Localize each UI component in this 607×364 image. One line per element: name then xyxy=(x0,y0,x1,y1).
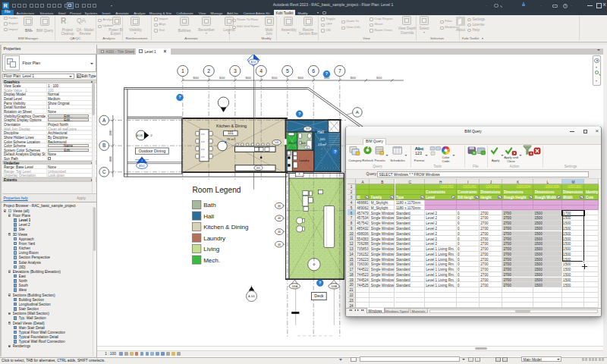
svg-text:Mech.: Mech. xyxy=(203,257,220,264)
svg-text:1: 1 xyxy=(181,68,184,74)
svg-text:?: ? xyxy=(178,96,181,100)
svg-text:Living: Living xyxy=(203,246,219,253)
svg-text:3000: 3000 xyxy=(109,156,112,162)
svg-text:123: 123 xyxy=(415,151,422,155)
svg-text:?: ? xyxy=(334,149,337,154)
svg-text:46: 46 xyxy=(278,205,281,208)
svg-text:A104: A104 xyxy=(250,61,256,64)
svg-text:Apply: Apply xyxy=(491,158,499,162)
svg-text:Outdoor Dining: Outdoor Dining xyxy=(138,149,165,153)
svg-text:3000: 3000 xyxy=(272,77,278,80)
svg-text:46: 46 xyxy=(278,231,281,234)
svg-text:103: 103 xyxy=(306,128,310,131)
svg-text:46: 46 xyxy=(278,217,281,220)
svg-text:3000: 3000 xyxy=(193,77,199,80)
svg-text:7: 7 xyxy=(338,68,341,74)
svg-text:σ σ: σ σ xyxy=(201,148,205,151)
svg-text:3: 3 xyxy=(234,68,237,74)
svg-text:Deck: Deck xyxy=(314,294,324,299)
svg-text:A102: A102 xyxy=(139,165,145,168)
svg-text:101: 101 xyxy=(228,132,234,136)
svg-text:Close: Close xyxy=(507,159,515,163)
svg-text:Code: Code xyxy=(442,159,450,163)
svg-text:C: C xyxy=(102,169,106,174)
svg-text:505: 505 xyxy=(275,141,279,144)
svg-text:Kitchen & Dining: Kitchen & Dining xyxy=(203,224,248,231)
svg-text:Format: Format xyxy=(414,158,424,162)
svg-text:3: 3 xyxy=(141,160,143,163)
svg-text:σ σ: σ σ xyxy=(201,140,205,143)
svg-text:3000: 3000 xyxy=(350,77,356,80)
svg-text:+: + xyxy=(473,151,475,155)
svg-text:Schedules: Schedules xyxy=(390,158,405,162)
svg-text:46: 46 xyxy=(278,243,281,246)
svg-text:·: · xyxy=(223,101,224,105)
svg-text:78 m²: 78 m² xyxy=(226,137,235,141)
svg-text:3000: 3000 xyxy=(376,77,382,80)
svg-text:Kitchen & Dining: Kitchen & Dining xyxy=(216,124,247,128)
svg-text:Bath: Bath xyxy=(203,202,215,209)
svg-text:3000: 3000 xyxy=(245,77,251,80)
svg-text:A-146: A-146 xyxy=(137,134,143,137)
svg-text:Abc: Abc xyxy=(414,145,423,150)
svg-text:6: 6 xyxy=(312,68,315,74)
svg-text:45: 45 xyxy=(306,146,309,149)
svg-text:2: 2 xyxy=(207,68,210,74)
svg-text:Laundry: Laundry xyxy=(299,159,310,162)
svg-text:106A: 106A xyxy=(291,285,298,288)
svg-text:Category: Category xyxy=(348,158,362,162)
svg-text:23 m²: 23 m² xyxy=(318,143,327,147)
svg-text:Hall: Hall xyxy=(203,213,214,220)
svg-text:Presets: Presets xyxy=(374,158,385,162)
svg-text:Bath: Bath xyxy=(300,142,306,145)
svg-text:3000: 3000 xyxy=(297,77,304,80)
svg-text:3000: 3000 xyxy=(219,77,225,80)
svg-text:?: ? xyxy=(319,281,322,285)
svg-text:F: F xyxy=(299,173,300,176)
svg-text:Laundry: Laundry xyxy=(203,235,225,242)
svg-text:σ σ: σ σ xyxy=(201,155,205,158)
svg-text:A-105: A-105 xyxy=(248,295,255,298)
svg-text:105: 105 xyxy=(319,137,326,141)
svg-text:σ σ: σ σ xyxy=(201,133,205,136)
svg-text:?: ? xyxy=(298,111,301,116)
svg-text:B: B xyxy=(102,143,105,148)
svg-text:5: 5 xyxy=(286,68,289,74)
svg-text:495: 495 xyxy=(256,167,261,170)
svg-text:Mech: Mech xyxy=(288,142,295,145)
svg-text:4: 4 xyxy=(259,68,263,74)
svg-text:Refresh: Refresh xyxy=(362,158,373,162)
svg-text:?: ? xyxy=(326,72,329,77)
svg-text:3000: 3000 xyxy=(109,130,112,136)
svg-text:Hall: Hall xyxy=(317,130,324,134)
svg-text:2: 2 xyxy=(150,134,153,138)
svg-text:A: A xyxy=(102,118,106,123)
svg-text:Room Legend: Room Legend xyxy=(192,186,241,194)
svg-text:106B: 106B xyxy=(331,285,338,288)
